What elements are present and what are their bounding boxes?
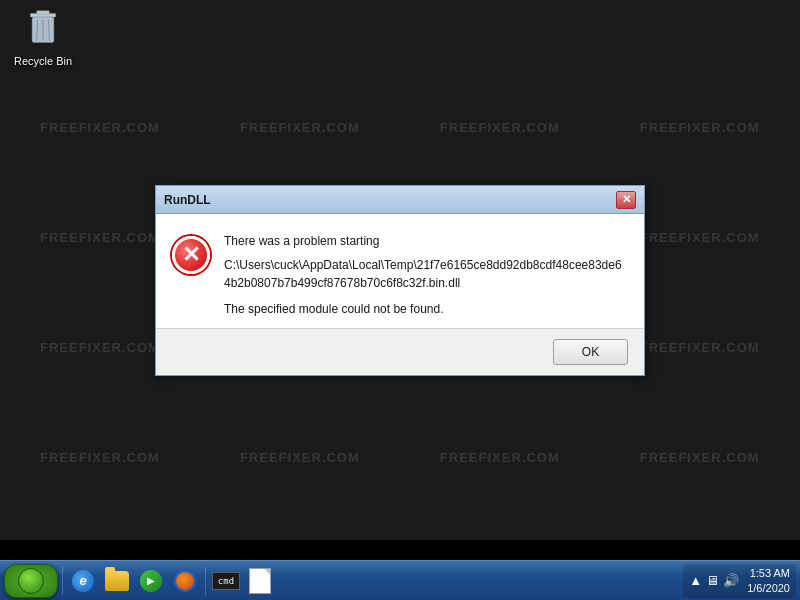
- taskbar-ie-icon[interactable]: e: [67, 565, 99, 597]
- dialog-titlebar: RunDLL ✕: [156, 186, 644, 214]
- clock-date: 1/6/2020: [747, 581, 790, 595]
- dialog-title: RunDLL: [164, 193, 211, 207]
- folder-icon: [105, 571, 129, 591]
- start-button[interactable]: [4, 564, 58, 598]
- system-tray: ▲ 🖥 🔊 1:53 AM 1/6/2020: [683, 564, 796, 598]
- taskbar-separator-2: [205, 567, 206, 595]
- taskbar: e ▶ cmd ▲ 🖥 🔊 1:53 AM 1/6/2020: [0, 560, 800, 600]
- taskbar-media-icon[interactable]: ▶: [135, 565, 167, 597]
- tray-icons: ▲ 🖥 🔊: [689, 573, 739, 588]
- taskbar-cmd-icon[interactable]: cmd: [210, 565, 242, 597]
- internet-explorer-icon: e: [72, 570, 94, 592]
- start-orb-icon: [18, 568, 44, 594]
- taskbar-separator-1: [62, 567, 63, 595]
- rundll-dialog: RunDLL ✕ ✕ There was a problem starting …: [155, 185, 645, 376]
- system-clock[interactable]: 1:53 AM 1/6/2020: [747, 566, 790, 595]
- cmd-icon: cmd: [212, 572, 240, 590]
- taskbar-folder-icon[interactable]: [101, 565, 133, 597]
- dialog-message-sub: The specified module could not be found.: [224, 300, 628, 318]
- taskbar-file-icon[interactable]: [244, 565, 276, 597]
- desktop: FREEFIXER.COM FREEFIXER.COM FREEFIXER.CO…: [0, 0, 800, 540]
- dialog-close-button[interactable]: ✕: [616, 191, 636, 209]
- taskbar-firefox-icon[interactable]: [169, 565, 201, 597]
- dialog-footer: OK: [156, 329, 644, 375]
- dialog-overlay: RunDLL ✕ ✕ There was a problem starting …: [0, 0, 800, 540]
- tray-arrow-icon[interactable]: ▲: [689, 573, 702, 588]
- firefox-icon: [174, 570, 196, 592]
- file-icon: [249, 568, 271, 594]
- dialog-message-path: C:\Users\cuck\AppData\Local\Temp\21f7e61…: [224, 256, 628, 292]
- dialog-message: There was a problem starting C:\Users\cu…: [224, 232, 628, 318]
- media-player-icon: ▶: [140, 570, 162, 592]
- dialog-body: ✕ There was a problem starting C:\Users\…: [156, 214, 644, 329]
- ok-button[interactable]: OK: [553, 339, 628, 365]
- tray-volume-icon[interactable]: 🔊: [723, 573, 739, 588]
- clock-time: 1:53 AM: [747, 566, 790, 580]
- error-icon: ✕: [172, 236, 210, 274]
- dialog-message-title: There was a problem starting: [224, 232, 628, 250]
- tray-network-icon[interactable]: 🖥: [706, 573, 719, 588]
